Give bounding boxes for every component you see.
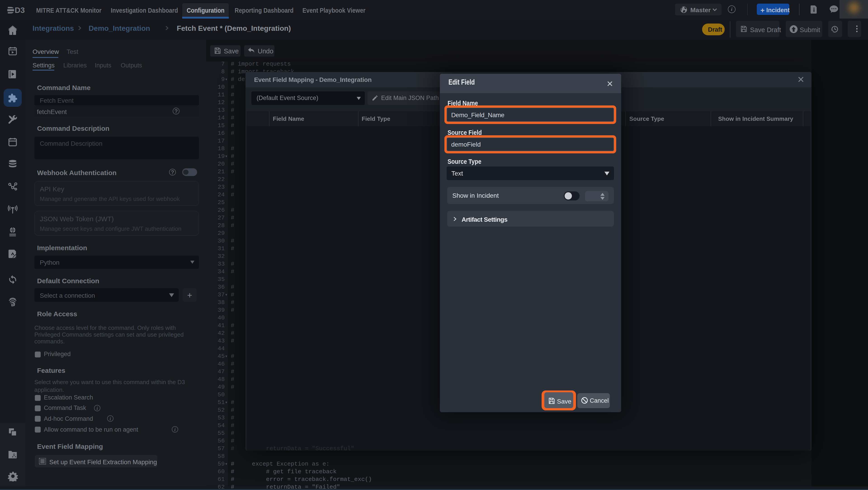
- svg-text:D3: D3: [15, 6, 25, 13]
